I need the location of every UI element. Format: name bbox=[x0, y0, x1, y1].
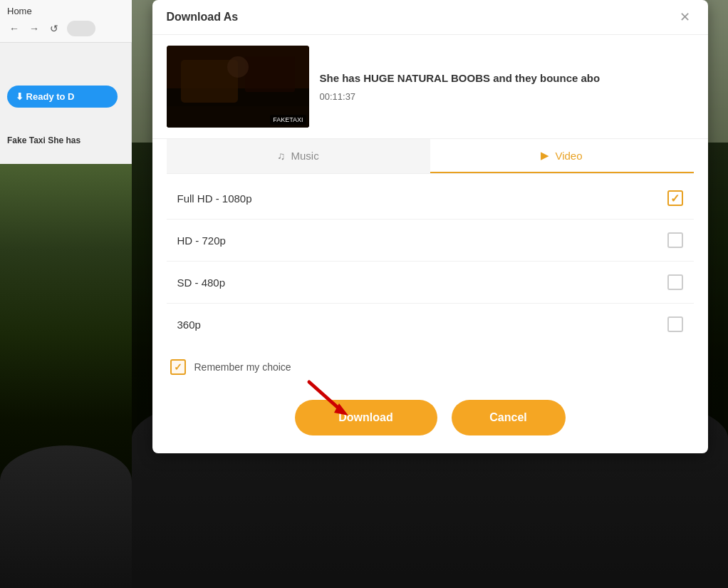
tab-video[interactable]: ▶ Video bbox=[430, 139, 694, 173]
video-info: She has HUGE NATURAL BOOBS and they boun… bbox=[320, 71, 694, 102]
svg-rect-3 bbox=[245, 56, 295, 92]
download-dialog: Download As ✕ FAKETAXI bbox=[152, 0, 708, 453]
tab-music-label: Music bbox=[291, 150, 319, 162]
quality-checkbox-720p[interactable] bbox=[667, 232, 683, 248]
music-icon: ♫ bbox=[277, 150, 285, 162]
quality-checkbox-480p[interactable] bbox=[667, 274, 683, 290]
remember-checkbox[interactable] bbox=[170, 359, 186, 375]
quality-label-1080p: Full HD - 1080p bbox=[177, 192, 252, 205]
quality-item-720p: HD - 720p bbox=[167, 220, 694, 262]
quality-checkbox-360p[interactable] bbox=[667, 316, 683, 332]
dialog-overlay: Download As ✕ FAKETAXI bbox=[132, 0, 728, 588]
browser-sidebar: Home ← → ↺ ⬇ Ready to D Fake Taxi She ha… bbox=[0, 0, 132, 588]
dialog-close-button[interactable]: ✕ bbox=[677, 9, 694, 26]
dialog-header: Download As ✕ bbox=[152, 0, 708, 35]
address-bar-stub bbox=[67, 21, 95, 36]
thumbnail-label: FAKETAXI bbox=[270, 115, 306, 125]
quality-item-360p: 360p bbox=[167, 304, 694, 345]
remember-row: Remember my choice bbox=[152, 349, 708, 386]
browser-nav: ← → ↺ bbox=[7, 21, 125, 36]
video-preview: FAKETAXI She has HUGE NATURAL BOOBS and … bbox=[152, 35, 708, 139]
sidebar-car-seat bbox=[0, 445, 132, 588]
cancel-button[interactable]: Cancel bbox=[452, 400, 566, 435]
back-button[interactable]: ← bbox=[7, 21, 21, 36]
dialog-footer: Download Cancel bbox=[152, 386, 708, 453]
tab-music[interactable]: ♫ Music bbox=[167, 139, 430, 173]
ready-to-download-button[interactable]: ⬇ Ready to D bbox=[7, 86, 118, 108]
tab-video-label: Video bbox=[555, 150, 582, 162]
browser-toolbar: Home ← → ↺ bbox=[0, 0, 132, 43]
format-tabs: ♫ Music ▶ Video bbox=[167, 139, 694, 174]
video-duration: 00:11:37 bbox=[320, 91, 694, 102]
quality-label-480p: SD - 480p bbox=[177, 277, 226, 289]
reload-button[interactable]: ↺ bbox=[47, 21, 61, 36]
quality-item-480p: SD - 480p bbox=[167, 262, 694, 304]
red-arrow-indicator bbox=[295, 378, 352, 421]
quality-label-720p: HD - 720p bbox=[177, 234, 226, 247]
ready-button-label: ⬇ Ready to D bbox=[16, 91, 75, 102]
forward-button[interactable]: → bbox=[27, 21, 41, 36]
remember-label: Remember my choice bbox=[194, 361, 291, 373]
page-title-sidebar: Fake Taxi She has bbox=[7, 135, 121, 145]
svg-point-4 bbox=[227, 56, 249, 78]
video-thumbnail: FAKETAXI bbox=[167, 46, 309, 128]
quality-list: Full HD - 1080p HD - 720p SD - 480p 360p bbox=[152, 174, 708, 349]
sidebar-video-bg bbox=[0, 164, 132, 588]
quality-item-1080p: Full HD - 1080p bbox=[167, 177, 694, 220]
svg-line-6 bbox=[309, 382, 341, 411]
video-title: She has HUGE NATURAL BOOBS and they boun… bbox=[320, 71, 694, 86]
quality-label-360p: 360p bbox=[177, 319, 201, 331]
quality-checkbox-1080p[interactable] bbox=[667, 190, 683, 206]
browser-home-label: Home bbox=[7, 6, 125, 16]
dialog-title: Download As bbox=[167, 11, 239, 24]
video-icon: ▶ bbox=[541, 149, 549, 162]
